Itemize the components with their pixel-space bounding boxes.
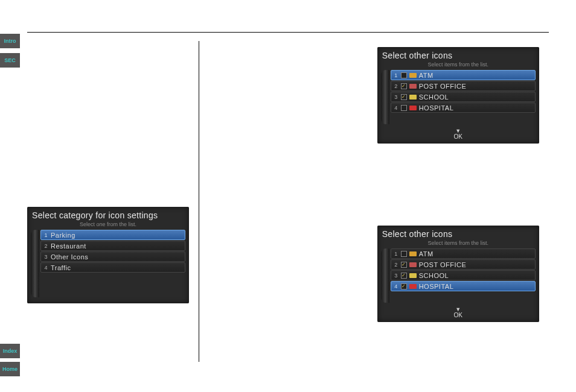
list-item-atm[interactable]: 1 ATM bbox=[391, 70, 536, 80]
row-label: Other Icons bbox=[51, 253, 182, 261]
row-label: SCHOOL bbox=[419, 93, 533, 101]
nav-body: 1 ATM 2 POST OFFICE 3 bbox=[377, 248, 539, 306]
nav-list: 1 Parking 2 Restaurant 3 Other Icons 4 T… bbox=[40, 230, 185, 297]
checkbox-icon[interactable] bbox=[401, 94, 407, 100]
row-label: HOSPITAL bbox=[419, 283, 533, 290]
column-2 bbox=[199, 41, 377, 362]
tab-home[interactable]: Home bbox=[0, 362, 20, 376]
tab-index[interactable]: Index bbox=[0, 344, 20, 358]
post-office-icon bbox=[409, 84, 417, 89]
atm-icon bbox=[409, 251, 417, 256]
row-number: 4 bbox=[43, 265, 48, 271]
checkbox-icon[interactable] bbox=[401, 251, 407, 257]
row-label: SCHOOL bbox=[419, 272, 533, 279]
nav-subtitle: Select items from the list. bbox=[377, 62, 539, 68]
hospital-icon bbox=[409, 284, 417, 289]
ok-button[interactable]: OK bbox=[377, 128, 539, 141]
post-office-icon bbox=[409, 262, 417, 267]
scroll-wheel[interactable] bbox=[381, 70, 389, 124]
row-label: POST OFFICE bbox=[419, 261, 533, 268]
list-item-restaurant[interactable]: 2 Restaurant bbox=[40, 241, 185, 251]
atm-icon bbox=[409, 73, 417, 78]
row-label: Traffic bbox=[51, 264, 182, 271]
ok-button[interactable]: OK bbox=[377, 306, 539, 320]
row-number: 4 bbox=[394, 105, 398, 111]
row-number: 4 bbox=[394, 283, 398, 289]
row-number: 1 bbox=[394, 251, 398, 257]
row-number: 2 bbox=[394, 83, 398, 89]
nav-screen-category: Select category for icon settings Select… bbox=[27, 207, 189, 303]
row-number: 3 bbox=[43, 254, 48, 260]
list-item-hospital[interactable]: 4 HOSPITAL bbox=[391, 103, 536, 113]
school-icon bbox=[409, 95, 417, 100]
list-item-post-office[interactable]: 2 POST OFFICE bbox=[391, 259, 536, 270]
list-item-other-icons[interactable]: 3 Other Icons bbox=[40, 251, 185, 262]
list-item-school[interactable]: 3 SCHOOL bbox=[391, 92, 536, 102]
column-1: Select category for icon settings Select… bbox=[27, 41, 199, 362]
hospital-icon bbox=[409, 106, 417, 110]
checkbox-icon[interactable] bbox=[401, 105, 407, 111]
scroll-wheel[interactable] bbox=[31, 230, 39, 297]
row-label: POST OFFICE bbox=[419, 83, 533, 90]
nav-title: Select category for icon settings bbox=[27, 207, 189, 221]
school-icon bbox=[409, 273, 417, 278]
row-number: 3 bbox=[394, 94, 398, 100]
main-content: Select category for icon settings Select… bbox=[27, 41, 549, 362]
list-item-parking[interactable]: 1 Parking bbox=[40, 230, 185, 240]
row-number: 2 bbox=[43, 243, 48, 249]
row-label: Parking bbox=[51, 232, 182, 239]
nav-body: 1 Parking 2 Restaurant 3 Other Icons 4 T… bbox=[27, 230, 189, 301]
list-item-traffic[interactable]: 4 Traffic bbox=[40, 262, 185, 273]
checkbox-icon[interactable] bbox=[401, 283, 407, 289]
checkbox-icon[interactable] bbox=[401, 83, 407, 89]
list-item-hospital[interactable]: 4 HOSPITAL bbox=[391, 281, 536, 291]
tab-sec[interactable]: SEC bbox=[0, 53, 20, 68]
row-label: HOSPITAL bbox=[419, 104, 533, 112]
row-label: Restaurant bbox=[51, 242, 182, 250]
nav-subtitle: Select one from the list. bbox=[27, 221, 189, 227]
row-number: 1 bbox=[394, 72, 398, 78]
list-item-school[interactable]: 3 SCHOOL bbox=[391, 270, 536, 280]
nav-subtitle: Select items from the list. bbox=[377, 240, 539, 246]
nav-list: 1 ATM 2 POST OFFICE 3 bbox=[391, 70, 536, 124]
column-3: Select other icons Select items from the… bbox=[377, 41, 549, 362]
scroll-wheel[interactable] bbox=[381, 248, 389, 303]
row-number: 2 bbox=[394, 262, 398, 268]
nav-screen-icons-bottom: Select other icons Select items from the… bbox=[377, 226, 539, 322]
nav-screen-icons-top: Select other icons Select items from the… bbox=[377, 47, 539, 144]
checkbox-icon[interactable] bbox=[401, 72, 407, 78]
nav-body: 1 ATM 2 POST OFFICE 3 bbox=[377, 70, 539, 128]
divider-top bbox=[27, 32, 549, 33]
tab-intro[interactable]: Intro bbox=[0, 34, 20, 48]
checkbox-icon[interactable] bbox=[401, 273, 407, 279]
row-label: ATM bbox=[419, 250, 533, 258]
row-number: 1 bbox=[43, 232, 48, 238]
list-item-post-office[interactable]: 2 POST OFFICE bbox=[391, 81, 536, 91]
list-item-atm[interactable]: 1 ATM bbox=[391, 248, 536, 259]
nav-title: Select other icons bbox=[377, 226, 539, 240]
row-number: 3 bbox=[394, 273, 398, 279]
row-label: ATM bbox=[419, 72, 533, 79]
nav-title: Select other icons bbox=[377, 47, 539, 62]
checkbox-icon[interactable] bbox=[401, 262, 407, 268]
nav-list: 1 ATM 2 POST OFFICE 3 bbox=[391, 248, 536, 303]
